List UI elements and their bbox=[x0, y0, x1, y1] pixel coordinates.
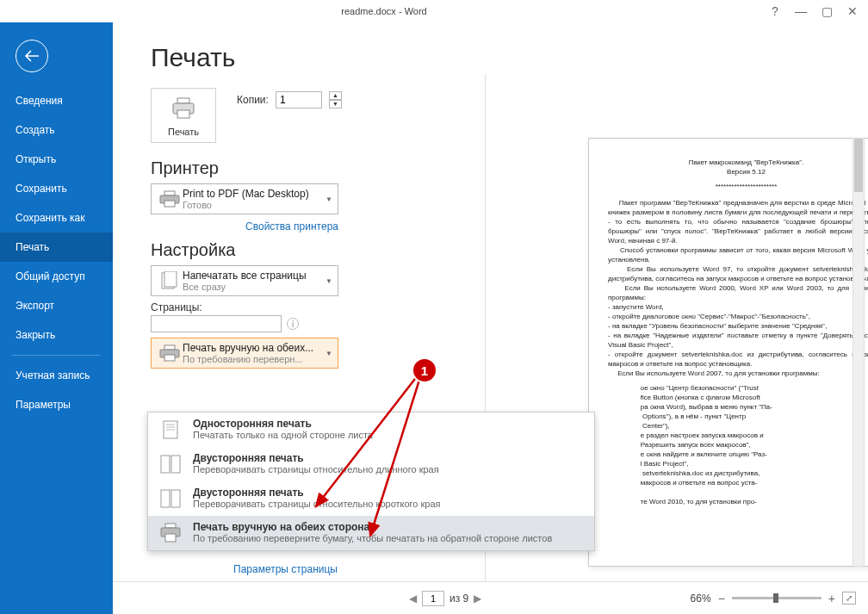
page-duplex-short-icon bbox=[157, 487, 184, 511]
preview-scrollbar[interactable] bbox=[852, 138, 865, 567]
info-icon[interactable]: i bbox=[287, 318, 299, 330]
preview-body: Пакет программ "ВерТеКнижка" предназначе… bbox=[608, 198, 868, 378]
nav-save[interactable]: Сохранить bbox=[0, 174, 113, 203]
svg-rect-2 bbox=[177, 110, 189, 118]
svg-rect-17 bbox=[161, 490, 170, 507]
statusbar: ◀ из 9 ▶ 66% − + ⤢ bbox=[113, 581, 868, 614]
print-range-dropdown[interactable]: Напечатать все страницы Все сразу ▼ bbox=[151, 265, 338, 296]
backstage-sidebar: Сведения Создать Открыть Сохранить Сохра… bbox=[0, 22, 113, 614]
duplex-option-long[interactable]: Двусторонняя печатьПереворачивать страни… bbox=[148, 447, 594, 481]
chevron-down-icon: ▼ bbox=[322, 350, 332, 357]
prev-page-button[interactable]: ◀ bbox=[409, 592, 417, 605]
duplex-option-short[interactable]: Двусторонняя печатьПереворачивать страни… bbox=[148, 481, 594, 516]
duplex-option-single[interactable]: Односторонняя печатьПечатать только на о… bbox=[148, 412, 594, 447]
pages-input[interactable] bbox=[151, 315, 282, 332]
svg-rect-18 bbox=[171, 490, 180, 507]
printer-status: Готово bbox=[183, 200, 322, 210]
printer-icon bbox=[170, 97, 196, 120]
svg-rect-15 bbox=[161, 456, 170, 473]
svg-rect-0 bbox=[177, 98, 189, 103]
chevron-down-icon: ▼ bbox=[322, 277, 332, 285]
svg-rect-5 bbox=[164, 201, 175, 207]
duplex-option-manual[interactable]: Печать вручную на обеих сторонахПо требо… bbox=[148, 516, 594, 550]
page-duplex-long-icon bbox=[157, 452, 184, 476]
zoom-out-button[interactable]: − bbox=[718, 592, 725, 605]
svg-rect-8 bbox=[164, 345, 175, 350]
titlebar: readme.docx - Word ? — ▢ ✕ bbox=[0, 0, 868, 22]
printer-dropdown[interactable]: Print to PDF (Mac Desktop) Готово ▼ bbox=[151, 183, 338, 214]
printer-icon bbox=[157, 343, 183, 363]
help-icon[interactable]: ? bbox=[768, 4, 782, 18]
page-total: из 9 bbox=[450, 592, 468, 605]
nav-new[interactable]: Создать bbox=[0, 115, 113, 145]
print-button[interactable]: Печать bbox=[151, 88, 216, 143]
nav-share[interactable]: Общий доступ bbox=[0, 262, 113, 291]
fit-page-button[interactable]: ⤢ bbox=[842, 592, 856, 605]
nav-print[interactable]: Печать bbox=[0, 233, 113, 262]
copies-input[interactable] bbox=[276, 91, 322, 109]
minimize-icon[interactable]: — bbox=[794, 4, 808, 18]
duplex-dropdown[interactable]: Печать вручную на обеих... По требованию… bbox=[151, 338, 338, 369]
callout-badge: 1 bbox=[412, 357, 437, 383]
page-single-icon bbox=[157, 418, 184, 442]
printer-name: Print to PDF (Mac Desktop) bbox=[183, 188, 322, 200]
copies-spinner[interactable]: ▲▼ bbox=[329, 91, 342, 109]
page-title: Печать bbox=[151, 43, 868, 72]
svg-rect-10 bbox=[164, 355, 175, 361]
maximize-icon[interactable]: ▢ bbox=[820, 4, 834, 18]
nav-close[interactable]: Закрыть bbox=[0, 320, 113, 350]
nav-saveas[interactable]: Сохранить как bbox=[0, 203, 113, 233]
nav-export[interactable]: Экспорт bbox=[0, 291, 113, 320]
nav-options[interactable]: Параметры bbox=[0, 390, 113, 419]
printer-manual-icon bbox=[157, 521, 184, 545]
svg-rect-7 bbox=[164, 271, 177, 287]
close-icon[interactable]: ✕ bbox=[846, 4, 859, 18]
printer-properties-link[interactable]: Свойства принтера bbox=[245, 220, 338, 233]
svg-rect-16 bbox=[171, 456, 180, 473]
page-preview: Пакет макрокоманд "ВерТеКнижка". Версия … bbox=[588, 138, 868, 567]
svg-rect-19 bbox=[165, 524, 176, 528]
window-title: readme.docx - Word bbox=[0, 6, 768, 16]
print-button-label: Печать bbox=[152, 127, 215, 137]
nav-account[interactable]: Учетная запись bbox=[0, 361, 113, 390]
printer-icon bbox=[157, 189, 183, 209]
chevron-down-icon: ▼ bbox=[322, 195, 332, 203]
copies-label: Копии: bbox=[237, 94, 269, 106]
svg-rect-21 bbox=[165, 534, 176, 542]
page-settings-link[interactable]: Параметры страницы bbox=[233, 563, 338, 575]
back-button[interactable] bbox=[16, 40, 48, 72]
page-number-input[interactable] bbox=[422, 591, 444, 606]
pages-icon bbox=[157, 270, 183, 291]
next-page-button[interactable]: ▶ bbox=[474, 592, 481, 605]
zoom-slider[interactable] bbox=[732, 597, 822, 599]
zoom-level: 66% bbox=[691, 592, 711, 605]
nav-info[interactable]: Сведения bbox=[0, 86, 113, 115]
duplex-menu: Односторонняя печатьПечатать только на о… bbox=[147, 412, 595, 551]
nav-open[interactable]: Открыть bbox=[0, 145, 113, 174]
zoom-in-button[interactable]: + bbox=[828, 592, 835, 605]
svg-rect-3 bbox=[164, 191, 175, 195]
